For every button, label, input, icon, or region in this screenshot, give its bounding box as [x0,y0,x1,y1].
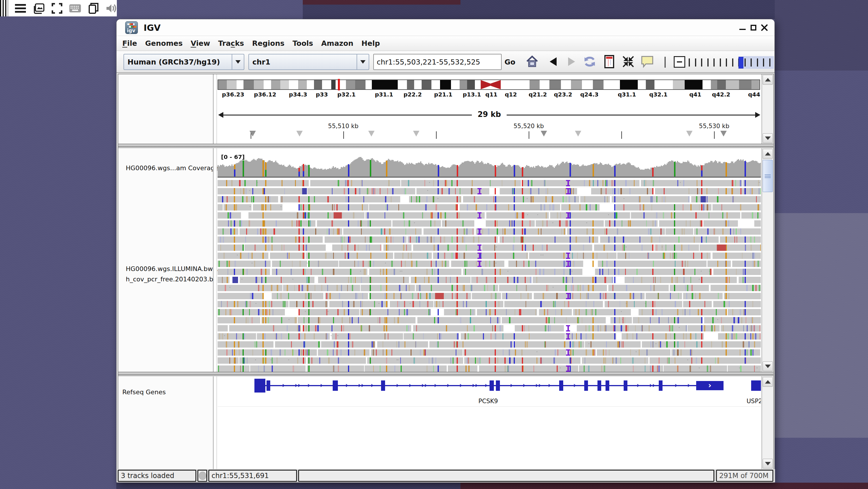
chromosome-ideogram[interactable] [218,80,760,90]
keyboard-icon[interactable] [69,3,81,14]
igv-window: igv IGV FileGenomesViewTracksRegionsTool… [116,19,775,483]
ruler-marker-triangle-icon [297,131,303,137]
locus-input[interactable] [373,54,502,70]
chevron-down-icon [360,60,366,64]
ideogram-band [726,80,739,89]
scroll-down-button[interactable] [763,362,773,371]
menu-item-regions[interactable]: Regions [248,39,289,48]
ideogram-band [703,80,711,89]
chromosome-select-arrow[interactable] [356,54,369,69]
panel-container: p36.23p36.12p34.3p33p32.1p31.1p22.2p21.1… [118,74,774,469]
alignment-pileup[interactable] [218,179,761,372]
activity-indicator-icon [199,472,206,480]
ruler-tick-label: 55,510 kb [328,123,359,130]
scroll-up-button[interactable] [763,75,773,85]
scroll-up-button[interactable] [763,377,773,387]
gene-exon[interactable] [659,380,662,391]
attribute-column [214,148,217,372]
menu-item-genomes[interactable]: Genomes [141,39,186,48]
scrollbar-thumb[interactable] [763,160,773,192]
strand-arrow-icon: ›› [295,381,301,390]
genome-select[interactable]: Human (GRCh37/hg19) [123,54,244,70]
gene-exon[interactable] [496,380,500,391]
strand-arrow-icon: › [510,381,513,390]
scroll-up-button[interactable] [763,149,773,159]
alignment-panel-scrollbar[interactable] [762,148,773,372]
go-button[interactable]: Go [504,58,516,66]
audio-icon[interactable] [105,3,117,14]
clipboard-icon[interactable] [88,3,99,14]
gene-exon[interactable] [254,379,265,393]
close-button[interactable] [760,23,769,32]
genome-select-arrow[interactable] [232,54,244,69]
home-button[interactable] [525,54,539,69]
menu-item-tracks[interactable]: Tracks [214,39,248,48]
strand-arrow-icon: › [687,381,690,390]
title-bar[interactable]: igv IGV [117,19,774,36]
minimize-button[interactable] [738,23,747,32]
chromosome-select[interactable]: chr1 [248,54,369,70]
coverage-track-name[interactable]: HG00096.wgs...am Coverage [126,165,218,172]
zoom-slider[interactable] [689,54,774,70]
ideogram-band [451,80,460,89]
zoom-out-button[interactable] [674,56,685,68]
band-label: q11 [485,91,497,98]
menu-item-view[interactable]: View [187,39,214,48]
zoom-slider-tick [726,58,727,66]
gene-exon[interactable] [267,380,270,391]
drag-handle-icon[interactable] [0,0,8,17]
panel-splitter[interactable] [118,372,773,375]
maximize-button[interactable] [749,23,758,32]
band-label: q21.2 [529,91,547,98]
menu-item-tools[interactable]: Tools [288,39,317,48]
strand-arrow-icon: › [396,381,399,390]
cursor-position-status: chr1:55,531,691 [208,470,297,482]
strand-arrow-icon: ›› [421,381,427,390]
menu-item-file[interactable]: File [118,39,141,48]
gene-exon[interactable] [597,380,601,391]
fit-to-window-button[interactable] [621,54,636,69]
gene-exon[interactable] [584,380,588,391]
zoom-slider-thumb[interactable] [739,57,743,68]
gene-exon[interactable] [490,380,494,391]
desktop: igv IGV FileGenomesViewTracksRegionsTool… [0,0,868,489]
gene-exon[interactable] [751,380,761,391]
zoom-slider-tick [713,58,715,66]
feature-panel-scrollbar[interactable] [762,376,773,469]
scroll-down-button[interactable] [763,459,773,468]
back-button[interactable] [546,54,560,69]
gene-exon[interactable] [381,380,385,391]
ideogram-band [314,80,322,89]
forward-button[interactable] [564,54,579,69]
gene-exon[interactable] [624,380,627,391]
zoom-slider-tick [720,58,721,66]
zoom-slider-tick [689,58,690,66]
locus-panel-data[interactable]: p36.23p36.12p34.3p33p32.1p31.1p22.2p21.1… [218,74,761,144]
gene-exon[interactable] [559,380,563,391]
define-region-button[interactable] [602,54,617,69]
menu-item-help[interactable]: Help [358,39,384,48]
gene-track-name[interactable]: Refseq Genes [122,389,166,396]
fullscreen-icon[interactable] [51,3,63,14]
alignment-track-name-line1[interactable]: HG00096.wgs.ILLUMINA.bwa.G [126,265,224,272]
tooltip-mode-button[interactable] [640,54,655,69]
ideogram-band [307,80,314,89]
menu-item-amazon[interactable]: Amazon [317,39,358,48]
gene-exon[interactable] [333,380,338,391]
menu-icon[interactable] [14,3,27,14]
gene-track-data[interactable]: ›››››››››››››››››››››››››››››››PCSK9USP2 [218,376,761,469]
gene-exon[interactable] [606,380,609,391]
bg-patch [303,0,461,5]
alignment-track-name-line2[interactable]: h_cov_pcr_free.20140203.bam [126,276,223,283]
scroll-down-button[interactable] [763,133,773,143]
panel-splitter[interactable] [118,144,773,147]
ruler-arrow-left [218,112,223,118]
coverage-histogram[interactable] [218,156,761,176]
locus-panel-scrollbar[interactable] [762,74,773,144]
ruler-marker-triangle-icon [541,131,547,137]
strand-arrow-icon: › [523,381,526,390]
ruler-span-label: 29 kb [472,110,506,119]
screenshot-icon[interactable] [33,3,45,14]
alignment-panel-data[interactable]: [0 - 67] [218,148,761,372]
refresh-button[interactable] [582,54,597,69]
